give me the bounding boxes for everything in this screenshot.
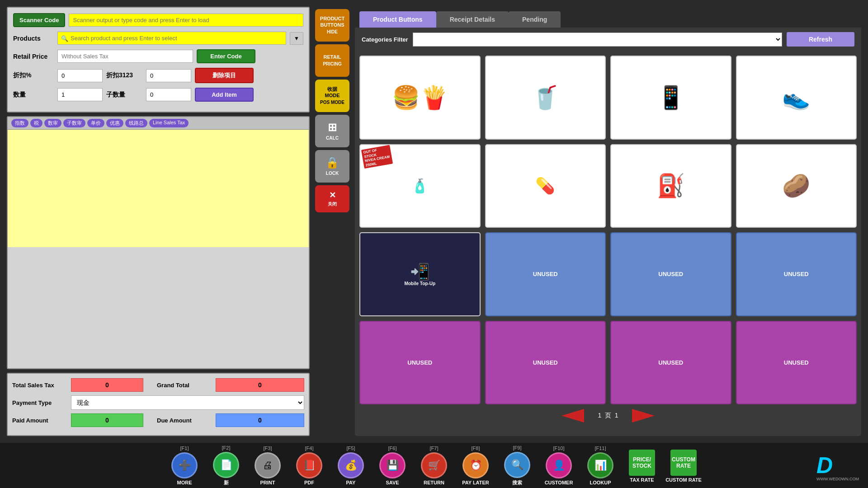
discount-row: 折扣% 折扣3123 删除项目 [13,68,303,83]
toolbar-save[interactable]: [F6] 💾 SAVE [374,446,410,485]
header-chip-5[interactable]: 优惠 [106,119,123,127]
toolbar-customer[interactable]: [F10] 👤 CUSTOMER [541,446,577,485]
search-icon: 🔍 [504,452,530,478]
product-cell-11[interactable]: UNUSED [736,232,857,316]
payment-type-label: Payment Type [12,399,66,406]
tab-product-buttons[interactable]: Product Buttons [359,11,436,28]
product-cell-2[interactable]: 📱 [610,56,731,140]
toolbar-search[interactable]: [F9] 🔍 搜索 [499,445,535,486]
header-chip-1[interactable]: 税 [30,119,42,127]
svg-marker-1 [632,409,655,422]
pay-label: PAY [346,480,356,485]
grand-total-label: Grand Total [157,382,211,389]
toolbar-pdf[interactable]: [F4] 📕 PDF [291,446,327,485]
product-cell-0[interactable]: 🍔🍟 [359,56,481,140]
tabs-row: Product Buttons Receipt Details Pending [355,7,861,28]
sub-quantity-label: 子数量 [106,91,142,99]
refresh-button[interactable]: Refresh [787,32,854,47]
lock-btn[interactable]: 🔒 LOCK [315,150,349,183]
calc-label: CALC [326,136,339,141]
more-icon: ➕ [171,452,198,479]
pagination-text: 1 页 1 [598,412,618,420]
f1-key: [F1] [180,446,189,451]
product-cell-13[interactable]: UNUSED [485,321,606,405]
prev-page-arrow[interactable] [561,409,584,422]
products-label: Products [13,35,54,42]
print-icon: 🖨 [255,452,281,479]
f8-key: [F8] [472,446,480,451]
tab-pending[interactable]: Pending [509,11,561,28]
toolbar-return[interactable]: [F7] 🛒 RETURN [416,446,452,485]
add-item-button[interactable]: Add Item [195,88,254,102]
sub-quantity-input[interactable] [146,88,191,101]
svg-marker-0 [561,409,584,422]
toolbar-pay[interactable]: [F5] 💰 PAY [333,446,369,485]
due-amount-label: Due Amount [157,417,211,424]
categories-filter-select[interactable] [413,33,782,47]
toolbar-new[interactable]: [F2] 📄 新 [208,445,244,486]
product-cell-3[interactable]: 👟 [736,56,857,140]
retail-price-input[interactable] [57,50,193,63]
calc-btn[interactable]: ⊞ CALC [315,115,349,147]
close-btn[interactable]: ✕ 关闭 [315,185,349,212]
product-cell-5[interactable]: 💊 [485,144,606,228]
f3-key: [F3] [264,446,272,451]
product-cell-7[interactable]: 🥔 [736,144,857,228]
product-cell-6[interactable]: ⛽ [610,144,731,228]
quantity-row: 数量 子数量 Add Item [13,88,303,102]
tab-receipt-details[interactable]: Receipt Details [436,11,509,28]
enter-code-button[interactable]: Enter Code [197,49,255,63]
toolbar-lookup[interactable]: [F11] 📊 LOOKUP [582,446,618,485]
discount3123-input[interactable] [146,69,191,82]
header-chip-4[interactable]: 单价 [87,119,104,127]
pos-mode-btn[interactable]: 收据MODE POS MODE [315,80,349,112]
toolbar-print[interactable]: [F3] 🖨 PRINT [250,446,286,485]
header-chip-3[interactable]: 子数审 [63,119,85,127]
product-image-5: 💊 [486,145,605,227]
toolbar-pay-later[interactable]: [F8] ⏰ PAY LATER [458,446,494,485]
retail-price-label: Retail Price [13,53,54,60]
header-chip-6[interactable]: 线路总 [125,119,147,127]
products-dropdown[interactable]: ▼ [290,32,303,45]
product-image-6: ⛽ [611,145,731,227]
toolbar-tax-rate[interactable]: PRICE/STOCK TAX RATE [624,448,660,483]
header-chip-7[interactable]: Line Sales Tax [149,119,189,127]
product-cell-1[interactable]: 🥤 [485,56,606,140]
product-cell-14[interactable]: UNUSED [610,321,731,405]
toolbar-custom-rate[interactable]: CUSTOMRATE CUSTOM RATE [665,448,702,483]
product-buttons-btn[interactable]: PRODUCTBUTTONS HIDE [315,9,349,42]
discount-input[interactable] [57,69,103,82]
product-grid-wrapper: 🍔🍟 🥤 📱 👟 🧴 OUT OFSTOCKNIVEA CREAM2 [355,51,861,436]
retail-pricing-btn[interactable]: RETAIL PRICING [315,44,349,77]
product-cell-8[interactable]: 📲 Mobile Top-Up [359,232,481,316]
discount-label: 折扣% [13,71,54,80]
f9-key: [F9] [513,445,522,450]
f4-key: [F4] [305,446,314,451]
product-cell-12[interactable]: UNUSED [359,321,481,405]
f6-key: [F6] [388,446,397,451]
product-cell-15[interactable]: UNUSED [736,321,857,405]
order-table: 指数 税 数审 子数审 单价 优惠 线路总 Line Sales Tax [7,116,310,369]
product-cell-9[interactable]: UNUSED [485,232,606,316]
products-search-input[interactable] [57,32,286,45]
product-cell-4[interactable]: 🧴 OUT OFSTOCKNIVEA CREAM250ML [359,144,481,228]
close-icon: ✕ [329,191,336,201]
totals-section: Total Sales Tax 0 Grand Total 0 Payment … [7,373,310,436]
toolbar-more[interactable]: [F1] ➕ MORE [166,446,203,485]
mobile-topup-icon: 📲 [410,263,430,281]
pos-mode-sub: POS MODE [320,100,344,105]
product-cell-10[interactable]: UNUSED [610,232,731,316]
bottom-toolbar: [F1] ➕ MORE [F2] 📄 新 [F3] 🖨 PRINT [F4] 📕… [0,443,868,488]
pricing-label: PRICING [323,61,342,67]
next-page-arrow[interactable] [632,409,655,422]
search-label: 搜索 [512,479,522,486]
delete-button[interactable]: 删除项目 [195,68,254,83]
mobile-topup-label: Mobile Top-Up [404,281,435,286]
payment-type-select[interactable]: 现金 [71,395,304,410]
table-body [8,130,309,247]
header-chip-2[interactable]: 数审 [44,119,61,127]
scanner-input[interactable] [69,14,303,27]
header-chip-0[interactable]: 指数 [11,119,28,127]
scanner-button[interactable]: Scanner Code [13,13,65,27]
quantity-input[interactable] [57,88,103,101]
